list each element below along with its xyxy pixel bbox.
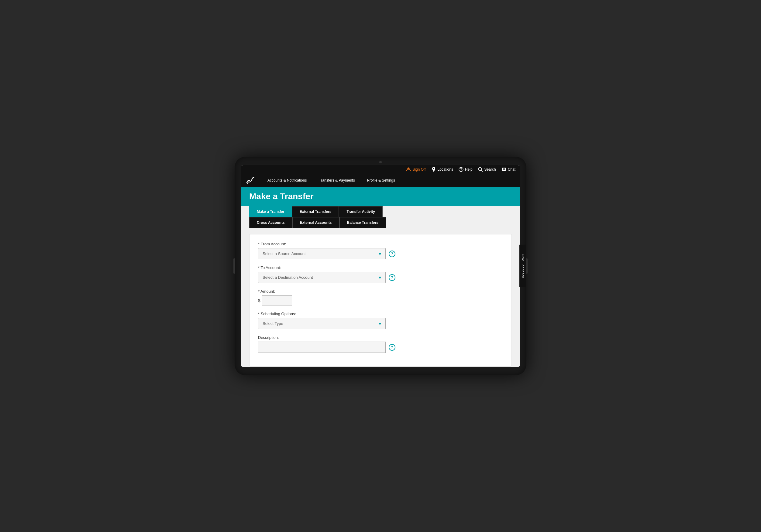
scheduling-select[interactable]: Select Type One Time Recurring bbox=[258, 318, 386, 329]
from-account-group: * From Account: Select a Source Account … bbox=[258, 242, 503, 259]
description-group: Description: ? bbox=[258, 335, 503, 353]
logo[interactable] bbox=[246, 176, 255, 185]
scheduling-container: Select Type One Time Recurring ▼ bbox=[258, 318, 386, 329]
to-account-help-icon[interactable]: ? bbox=[389, 274, 395, 281]
search-label: Search bbox=[485, 167, 496, 172]
sign-off-button[interactable]: Sign Off bbox=[406, 167, 426, 172]
tab-navigation: Make a Transfer External Transfers Trans… bbox=[241, 206, 520, 228]
tab-external-transfers[interactable]: External Transfers bbox=[292, 206, 339, 217]
tab-cross-accounts[interactable]: Cross Accounts bbox=[249, 217, 292, 228]
tab-balance-transfers[interactable]: Balance Transfers bbox=[339, 217, 386, 228]
nav-accounts-notifications[interactable]: Accounts & Notifications bbox=[262, 174, 313, 187]
to-account-label: * To Account: bbox=[258, 265, 503, 270]
tablet-side-button-left bbox=[233, 258, 235, 274]
tab-make-transfer[interactable]: Make a Transfer bbox=[249, 206, 292, 217]
tab-transfer-activity[interactable]: Transfer Activity bbox=[339, 206, 382, 217]
page-header: Make a Transfer bbox=[241, 187, 520, 206]
description-input-wrapper: ? bbox=[258, 342, 503, 353]
tab-row-1: Make a Transfer External Transfers Trans… bbox=[249, 206, 512, 217]
description-label: Description: bbox=[258, 335, 503, 340]
nav-transfers-payments[interactable]: Transfers & Payments bbox=[313, 174, 361, 187]
from-account-select[interactable]: Select a Source Account Checking Account… bbox=[258, 248, 386, 259]
to-account-select-wrapper: Select a Destination Account Checking Ac… bbox=[258, 272, 503, 283]
main-nav: Accounts & Notifications Transfers & Pay… bbox=[241, 174, 520, 187]
tablet-frame: Sign Off Locations ? Help bbox=[235, 157, 526, 375]
sign-off-label: Sign Off bbox=[412, 167, 426, 172]
to-account-group: * To Account: Select a Destination Accou… bbox=[258, 265, 503, 283]
svg-point-3 bbox=[478, 168, 481, 171]
content-area: * From Account: Select a Source Account … bbox=[241, 228, 520, 367]
feedback-sidebar[interactable]: Give Feedback bbox=[519, 245, 526, 287]
to-account-select[interactable]: Select a Destination Account Checking Ac… bbox=[258, 272, 386, 283]
page-title: Make a Transfer bbox=[249, 191, 512, 201]
from-account-select-wrapper: Select a Source Account Checking Account… bbox=[258, 248, 503, 259]
svg-line-4 bbox=[481, 170, 483, 172]
search-button[interactable]: Search bbox=[478, 167, 496, 172]
from-account-label: * From Account: bbox=[258, 242, 503, 246]
currency-symbol: $ bbox=[258, 298, 261, 303]
from-account-help-icon[interactable]: ? bbox=[389, 250, 395, 257]
description-help-icon[interactable]: ? bbox=[389, 344, 395, 351]
help-label: Help bbox=[465, 167, 473, 172]
search-icon bbox=[478, 167, 483, 172]
amount-label: * Amount: bbox=[258, 289, 503, 293]
amount-group: * Amount: $ bbox=[258, 289, 503, 305]
scheduling-label: * Scheduling Options: bbox=[258, 311, 503, 316]
tab-row-2: Cross Accounts External Accounts Balance… bbox=[249, 217, 512, 228]
svg-text:?: ? bbox=[460, 168, 462, 171]
description-input[interactable] bbox=[258, 342, 386, 353]
chat-label: Chat bbox=[508, 167, 515, 172]
chat-button[interactable]: Chat bbox=[501, 167, 515, 172]
to-account-container: Select a Destination Account Checking Ac… bbox=[258, 272, 386, 283]
from-account-container: Select a Source Account Checking Account… bbox=[258, 248, 386, 259]
amount-row: $ bbox=[258, 295, 503, 305]
tab-external-accounts[interactable]: External Accounts bbox=[292, 217, 339, 228]
help-icon: ? bbox=[459, 167, 463, 172]
chat-icon bbox=[501, 167, 506, 172]
locations-label: Locations bbox=[438, 167, 453, 172]
help-button[interactable]: ? Help bbox=[459, 167, 473, 172]
location-icon bbox=[431, 167, 436, 172]
locations-button[interactable]: Locations bbox=[431, 167, 453, 172]
svg-rect-5 bbox=[246, 176, 255, 185]
person-icon bbox=[406, 167, 411, 172]
nav-profile-settings[interactable]: Profile & Settings bbox=[361, 174, 401, 187]
tablet-camera bbox=[379, 161, 382, 163]
tablet-screen: Sign Off Locations ? Help bbox=[241, 165, 520, 367]
amount-input[interactable] bbox=[262, 295, 292, 305]
top-bar: Sign Off Locations ? Help bbox=[241, 165, 520, 174]
form-card: * From Account: Select a Source Account … bbox=[249, 234, 512, 366]
feedback-label: Give Feedback bbox=[521, 254, 525, 278]
scheduling-group: * Scheduling Options: Select Type One Ti… bbox=[258, 311, 503, 329]
